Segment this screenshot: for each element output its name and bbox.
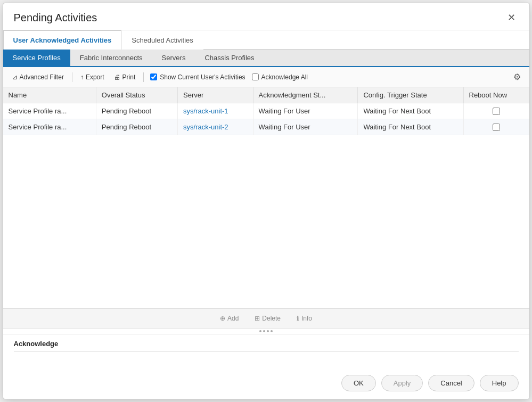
toolbar-separator-2 [143, 72, 144, 82]
server-link-1[interactable]: sys/rack-unit-1 [183, 107, 228, 115]
ack-divider [14, 351, 519, 351]
cell-ack-2: Waiting For User [253, 119, 358, 135]
cell-server-1: sys/rack-unit-1 [178, 103, 253, 119]
delete-icon: ⊞ [255, 315, 260, 322]
acknowledge-all-checkbox[interactable] [252, 73, 259, 80]
activities-table: Name Overall Status Server Acknowledgmen… [3, 87, 529, 135]
show-current-user-label[interactable]: Show Current User's Activities [150, 73, 245, 81]
reboot-checkbox-2[interactable] [493, 124, 500, 131]
ok-button[interactable]: OK [341, 375, 376, 391]
apply-button: Apply [381, 375, 423, 391]
filter-icon: ⊿ [12, 73, 18, 81]
bottom-toolbar: ⊕ Add ⊞ Delete ℹ Info [3, 308, 529, 329]
primary-tab-bar: User Acknowledged Activities Scheduled A… [3, 30, 529, 50]
tab-user-acknowledged[interactable]: User Acknowledged Activities [3, 30, 122, 50]
cell-config-2: Waiting For Next Boot [358, 119, 463, 135]
col-ack-status: Acknowledgment St... [253, 87, 358, 103]
data-table-wrap: Name Overall Status Server Acknowledgmen… [3, 87, 529, 308]
cell-config-1: Waiting For Next Boot [358, 103, 463, 119]
cell-server-2: sys/rack-unit-2 [178, 119, 253, 135]
dialog-footer: OK Apply Cancel Help [3, 367, 529, 399]
reboot-checkbox-1[interactable] [493, 108, 500, 115]
tab-service-profiles[interactable]: Service Profiles [3, 50, 70, 66]
secondary-tab-bar: Service Profiles Fabric Interconnects Se… [3, 50, 529, 67]
table-row: Service Profile ra... Pending Reboot sys… [3, 103, 529, 119]
dialog-header: Pending Activities ✕ [3, 3, 529, 30]
cell-ack-1: Waiting For User [253, 103, 358, 119]
settings-button[interactable]: ⚙ [510, 70, 524, 84]
table-row: Service Profile ra... Pending Reboot sys… [3, 119, 529, 135]
tab-chassis-profiles[interactable]: Chassis Profiles [195, 50, 264, 66]
server-link-2[interactable]: sys/rack-unit-2 [183, 123, 228, 131]
info-button[interactable]: ℹ Info [293, 313, 316, 324]
resize-handle[interactable] [3, 329, 529, 334]
col-server: Server [178, 87, 253, 103]
cell-status-1: Pending Reboot [96, 103, 177, 119]
add-icon: ⊕ [220, 315, 225, 322]
cell-name-1: Service Profile ra... [3, 103, 96, 119]
advanced-filter-button[interactable]: ⊿ Advanced Filter [9, 72, 68, 83]
acknowledge-section-title: Acknowledge [14, 340, 519, 348]
export-icon: ↑ [80, 73, 84, 81]
show-current-user-checkbox[interactable] [150, 73, 157, 80]
toolbar-separator-1 [72, 72, 72, 82]
cell-reboot-2 [463, 119, 529, 135]
acknowledge-all-label[interactable]: Acknowledge All [252, 73, 308, 81]
print-button[interactable]: 🖨 Print [110, 72, 140, 83]
add-button[interactable]: ⊕ Add [216, 313, 242, 324]
table-header-row: Name Overall Status Server Acknowledgmen… [3, 87, 529, 103]
help-button[interactable]: Help [480, 375, 519, 391]
col-reboot-now: Reboot Now [463, 87, 529, 103]
export-button[interactable]: ↑ Export [77, 72, 108, 83]
delete-button[interactable]: ⊞ Delete [251, 313, 284, 324]
acknowledge-section: Acknowledge [3, 334, 529, 367]
resize-dots [259, 330, 273, 332]
col-name: Name [3, 87, 96, 103]
cancel-button[interactable]: Cancel [428, 375, 474, 391]
col-config-trigger: Config. Trigger State [358, 87, 463, 103]
close-button[interactable]: ✕ [504, 11, 519, 24]
cell-reboot-1 [463, 103, 529, 119]
tab-servers[interactable]: Servers [152, 50, 195, 66]
tab-scheduled-activities[interactable]: Scheduled Activities [121, 30, 203, 50]
info-icon: ℹ [297, 315, 299, 322]
print-icon: 🖨 [114, 73, 120, 81]
dialog-title: Pending Activities [14, 12, 97, 24]
tab-fabric-interconnects[interactable]: Fabric Interconnects [70, 50, 152, 66]
pending-activities-dialog: Pending Activities ✕ User Acknowledged A… [3, 3, 530, 399]
col-overall-status: Overall Status [96, 87, 177, 103]
gear-icon: ⚙ [513, 72, 521, 81]
table-toolbar: ⊿ Advanced Filter ↑ Export 🖨 Print Show … [3, 67, 529, 87]
cell-name-2: Service Profile ra... [3, 119, 96, 135]
cell-status-2: Pending Reboot [96, 119, 177, 135]
